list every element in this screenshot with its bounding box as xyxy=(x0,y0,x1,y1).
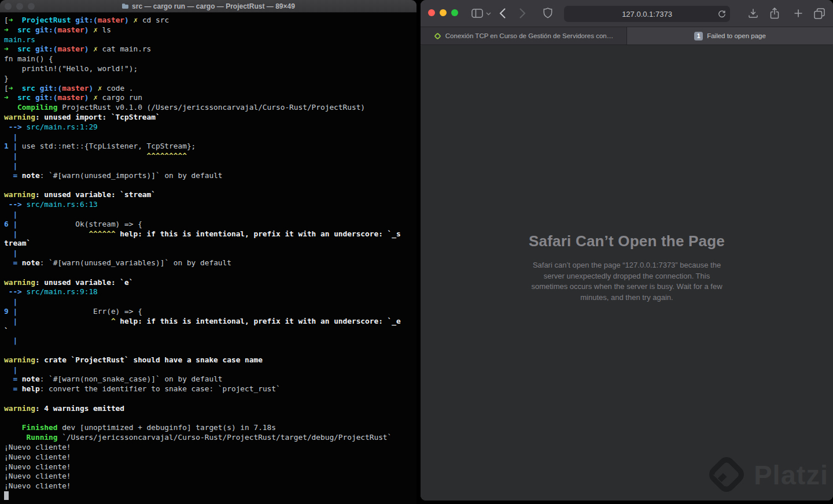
download-icon xyxy=(748,8,758,18)
terminal-line: = note: `#[warn(non_snake_case)]` on by … xyxy=(4,375,417,384)
safari-minimize-button[interactable] xyxy=(440,9,447,16)
sidebar-toggle-button[interactable] xyxy=(471,9,483,18)
terminal-line: 9 | Err(e) => { xyxy=(4,307,417,317)
tab-title: Conexión TCP en Curso de Gestión de Serv… xyxy=(445,32,613,39)
tab-overview-icon xyxy=(814,8,825,19)
terminal-line: ¡Nuevo cliente! xyxy=(4,462,417,472)
tab-group-chevron-button[interactable] xyxy=(486,12,491,16)
chevron-left-icon xyxy=(499,8,506,18)
downloads-button[interactable] xyxy=(748,8,758,18)
terminal-line: warning: 4 warnings emitted xyxy=(4,404,417,414)
plus-icon xyxy=(794,9,803,18)
terminal-line xyxy=(4,268,417,278)
terminal-line: = note: `#[warn(unused_variables)]` on b… xyxy=(4,258,417,268)
terminal-line: tream` xyxy=(4,239,417,249)
terminal-line: [➜ src git:(master) ✗ code . xyxy=(4,84,417,94)
terminal-line: warning: unused import: `TcpStream` xyxy=(4,113,417,123)
safari-zoom-button[interactable] xyxy=(451,9,458,16)
terminal-line xyxy=(4,346,417,355)
terminal-line: | xyxy=(4,365,417,375)
error-page: Safari Can’t Open the Page Safari can’t … xyxy=(421,46,833,501)
terminal-zoom-button[interactable] xyxy=(28,3,35,10)
terminal-line xyxy=(4,414,417,424)
terminal-line: ➜ src git:(master) ✗ cat main.rs xyxy=(4,45,417,54)
terminal-titlebar: src — cargo run — cargo — ProjectRust — … xyxy=(0,0,417,13)
terminal-window[interactable]: src — cargo run — cargo — ProjectRust — … xyxy=(0,0,417,504)
terminal-line: warning: unused variable: `stream` xyxy=(4,190,417,200)
terminal-line: --> src/main.rs:6:13 xyxy=(4,200,417,210)
terminal-line: warning: crate `ProjectRust` should have… xyxy=(4,355,417,365)
terminal-line: ¡Nuevo cliente! xyxy=(4,481,417,491)
terminal-line: | xyxy=(4,132,417,142)
platzi-favicon-icon xyxy=(434,32,441,40)
terminal-line: 1 | use std::net::{TcpListener, TcpStrea… xyxy=(4,142,417,151)
chevron-right-icon xyxy=(519,8,526,18)
terminal-line: --> src/main.rs:1:29 xyxy=(4,123,417,132)
terminal-line: | ^^^^^^^^^ xyxy=(4,151,417,161)
error-message-block: Safari Can’t Open the Page Safari can’t … xyxy=(421,232,833,303)
error-heading: Safari Can’t Open the Page xyxy=(421,232,833,250)
terminal-line xyxy=(4,394,417,404)
terminal-line: ¡Nuevo cliente! xyxy=(4,453,417,462)
terminal-line: | ^^^^^^ help: if this is intentional, p… xyxy=(4,229,417,239)
tab-title: Failed to open page xyxy=(707,32,766,39)
terminal-line: ➜ src git:(master) ✗ ls xyxy=(4,25,417,35)
safari-window[interactable]: 127.0.0.1:7373 xyxy=(421,0,833,501)
url-text: 127.0.0.1:7373 xyxy=(622,10,672,18)
chevron-down-icon xyxy=(486,12,491,16)
tab-overview-button[interactable] xyxy=(814,8,825,19)
terminal-line: | xyxy=(4,336,417,346)
platzi-logo-icon xyxy=(706,454,747,495)
terminal-line xyxy=(4,491,417,501)
terminal-line: | xyxy=(4,297,417,307)
terminal-line: fn main() { xyxy=(4,54,417,64)
safari-toolbar: 127.0.0.1:7373 xyxy=(421,0,833,27)
terminal-line: | xyxy=(4,161,417,171)
new-tab-button[interactable] xyxy=(794,9,803,18)
terminal-line: Compiling ProjectRust v0.1.0 (/Users/jer… xyxy=(4,103,417,113)
terminal-line: ¡Nuevo cliente! xyxy=(4,443,417,453)
terminal-line: | ^ help: if this is intentional, prefix… xyxy=(4,317,417,327)
terminal-line: | xyxy=(4,210,417,220)
terminal-line: [➜ ProjectRust git:(master) ✗ cd src xyxy=(4,16,417,25)
safari-close-button[interactable] xyxy=(428,9,435,16)
reload-button[interactable] xyxy=(718,10,726,18)
terminal-line: = note: `#[warn(unused_imports)]` on by … xyxy=(4,171,417,181)
terminal-window-title: src — cargo run — cargo — ProjectRust — … xyxy=(0,2,417,10)
privacy-report-button[interactable] xyxy=(543,8,552,18)
terminal-line: ¡Nuevo cliente! xyxy=(4,472,417,481)
terminal-line: } xyxy=(4,74,417,84)
terminal-close-button[interactable] xyxy=(5,3,12,10)
tab-platzi-course[interactable]: Conexión TCP en Curso de Gestión de Serv… xyxy=(421,27,626,45)
platzi-watermark-text: Platzi xyxy=(754,459,828,491)
terminal-line: = help: convert the identifier to snake … xyxy=(4,384,417,394)
terminal-line: ➜ src git:(master) ✗ cargo run xyxy=(4,93,417,103)
safari-tab-bar: Conexión TCP en Curso de Gestión de Serv… xyxy=(421,27,833,45)
terminal-screen[interactable]: [➜ ProjectRust git:(master) ✗ cd src➜ sr… xyxy=(0,13,417,501)
forward-button[interactable] xyxy=(519,8,526,18)
terminal-line: Finished dev [unoptimized + debuginfo] t… xyxy=(4,423,417,433)
share-icon xyxy=(770,8,779,19)
terminal-line: ` xyxy=(4,327,417,336)
terminal-title-text: src — cargo run — cargo — ProjectRust — … xyxy=(132,2,295,10)
terminal-line: warning: unused variable: `e` xyxy=(4,278,417,288)
tab-count-badge: 1 xyxy=(694,32,703,40)
back-button[interactable] xyxy=(499,8,506,18)
sidebar-icon xyxy=(471,9,483,18)
error-body: Safari can’t open the page “127.0.0.1:73… xyxy=(529,260,725,303)
shield-icon xyxy=(543,8,552,18)
terminal-line: main.rs xyxy=(4,35,417,45)
terminal-line: println!("Hello, world!"); xyxy=(4,64,417,74)
address-bar[interactable]: 127.0.0.1:7373 xyxy=(564,6,730,22)
terminal-line: --> src/main.rs:9:18 xyxy=(4,287,417,297)
terminal-line: Running `/Users/jericssoncarvajal/Curso-… xyxy=(4,433,417,443)
tab-failed-page[interactable]: 1 Failed to open page xyxy=(626,27,833,45)
folder-icon xyxy=(121,3,129,9)
share-button[interactable] xyxy=(770,8,779,19)
terminal-line xyxy=(4,181,417,191)
terminal-minimize-button[interactable] xyxy=(16,3,23,10)
reload-icon xyxy=(718,10,726,18)
terminal-line: 6 | Ok(stream) => { xyxy=(4,220,417,229)
platzi-watermark: Platzi xyxy=(706,454,828,495)
terminal-line: | xyxy=(4,249,417,258)
